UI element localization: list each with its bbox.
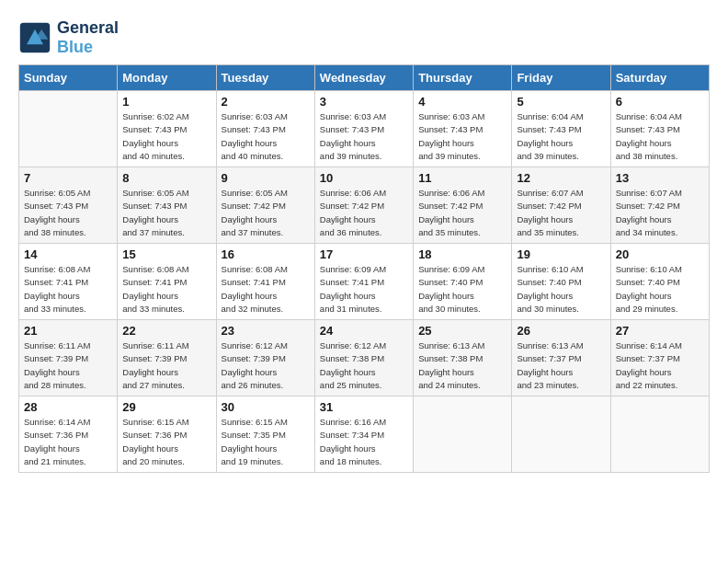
logo: General Blue [18,18,119,57]
calendar-cell: 1 Sunrise: 6:02 AM Sunset: 7:43 PM Dayli… [118,91,216,167]
calendar-table: SundayMondayTuesdayWednesdayThursdayFrid… [18,64,710,473]
day-info: Sunrise: 6:03 AM Sunset: 7:43 PM Dayligh… [320,110,408,163]
day-info: Sunrise: 6:13 AM Sunset: 7:37 PM Dayligh… [517,339,605,392]
day-info: Sunrise: 6:09 AM Sunset: 7:41 PM Dayligh… [320,263,408,316]
day-info: Sunrise: 6:05 AM Sunset: 7:43 PM Dayligh… [24,187,112,239]
calendar-cell: 19 Sunrise: 6:10 AM Sunset: 7:40 PM Dayl… [512,244,610,320]
weekday-header-cell: Friday [512,65,610,91]
day-info: Sunrise: 6:06 AM Sunset: 7:42 PM Dayligh… [320,187,408,239]
calendar-cell: 10 Sunrise: 6:06 AM Sunset: 7:42 PM Dayl… [314,167,413,244]
calendar-cell: 2 Sunrise: 6:03 AM Sunset: 7:43 PM Dayli… [216,91,314,167]
day-number: 11 [418,171,506,185]
calendar-cell: 22 Sunrise: 6:11 AM Sunset: 7:39 PM Dayl… [118,320,216,396]
day-number: 7 [24,171,112,185]
day-info: Sunrise: 6:15 AM Sunset: 7:36 PM Dayligh… [122,416,210,468]
day-info: Sunrise: 6:11 AM Sunset: 7:39 PM Dayligh… [122,339,210,392]
day-number: 20 [616,247,704,261]
day-info: Sunrise: 6:10 AM Sunset: 7:40 PM Dayligh… [616,263,704,316]
weekday-header-cell: Monday [118,65,216,91]
day-number: 21 [24,324,112,338]
day-info: Sunrise: 6:14 AM Sunset: 7:37 PM Dayligh… [616,339,704,392]
day-info: Sunrise: 6:08 AM Sunset: 7:41 PM Dayligh… [222,263,310,316]
day-number: 2 [222,95,310,109]
day-number: 24 [320,324,408,338]
day-info: Sunrise: 6:08 AM Sunset: 7:41 PM Dayligh… [122,263,210,316]
weekday-header-cell: Saturday [610,65,709,91]
day-info: Sunrise: 6:11 AM Sunset: 7:39 PM Dayligh… [24,339,112,392]
weekday-header-cell: Wednesday [314,65,413,91]
calendar-cell: 5 Sunrise: 6:04 AM Sunset: 7:43 PM Dayli… [512,91,610,167]
calendar-week-row: 1 Sunrise: 6:02 AM Sunset: 7:43 PM Dayli… [19,91,710,167]
day-info: Sunrise: 6:02 AM Sunset: 7:43 PM Dayligh… [122,110,210,163]
day-info: Sunrise: 6:03 AM Sunset: 7:43 PM Dayligh… [418,110,506,163]
day-info: Sunrise: 6:05 AM Sunset: 7:43 PM Dayligh… [122,187,210,239]
calendar-week-row: 21 Sunrise: 6:11 AM Sunset: 7:39 PM Dayl… [19,320,710,396]
day-number: 1 [122,95,210,109]
calendar-cell: 15 Sunrise: 6:08 AM Sunset: 7:41 PM Dayl… [118,244,216,320]
logo-text: General Blue [57,18,119,57]
calendar-cell: 8 Sunrise: 6:05 AM Sunset: 7:43 PM Dayli… [118,167,216,244]
calendar-cell [610,396,709,473]
day-number: 12 [517,171,605,185]
weekday-header-cell: Sunday [19,65,118,91]
calendar-cell: 28 Sunrise: 6:14 AM Sunset: 7:36 PM Dayl… [19,396,118,473]
calendar-cell: 18 Sunrise: 6:09 AM Sunset: 7:40 PM Dayl… [414,244,512,320]
day-number: 3 [320,95,408,109]
calendar-cell: 11 Sunrise: 6:06 AM Sunset: 7:42 PM Dayl… [414,167,512,244]
calendar-cell: 7 Sunrise: 6:05 AM Sunset: 7:43 PM Dayli… [19,167,118,244]
calendar-cell: 25 Sunrise: 6:13 AM Sunset: 7:38 PM Dayl… [414,320,512,396]
day-info: Sunrise: 6:06 AM Sunset: 7:42 PM Dayligh… [418,187,506,239]
day-info: Sunrise: 6:07 AM Sunset: 7:42 PM Dayligh… [616,187,704,239]
calendar-cell: 29 Sunrise: 6:15 AM Sunset: 7:36 PM Dayl… [118,396,216,473]
calendar-cell: 31 Sunrise: 6:16 AM Sunset: 7:34 PM Dayl… [314,396,413,473]
calendar-cell: 12 Sunrise: 6:07 AM Sunset: 7:42 PM Dayl… [512,167,610,244]
day-number: 15 [122,247,210,261]
day-number: 27 [616,324,704,338]
calendar-cell: 26 Sunrise: 6:13 AM Sunset: 7:37 PM Dayl… [512,320,610,396]
day-info: Sunrise: 6:12 AM Sunset: 7:38 PM Dayligh… [320,339,408,392]
day-number: 23 [222,324,310,338]
calendar-week-row: 14 Sunrise: 6:08 AM Sunset: 7:41 PM Dayl… [19,244,710,320]
day-number: 30 [222,400,310,414]
day-info: Sunrise: 6:13 AM Sunset: 7:38 PM Dayligh… [418,339,506,392]
day-info: Sunrise: 6:12 AM Sunset: 7:39 PM Dayligh… [222,339,310,392]
calendar-cell: 21 Sunrise: 6:11 AM Sunset: 7:39 PM Dayl… [19,320,118,396]
calendar-cell: 16 Sunrise: 6:08 AM Sunset: 7:41 PM Dayl… [216,244,314,320]
day-number: 26 [517,324,605,338]
day-info: Sunrise: 6:09 AM Sunset: 7:40 PM Dayligh… [418,263,506,316]
calendar-cell: 30 Sunrise: 6:15 AM Sunset: 7:35 PM Dayl… [216,396,314,473]
day-number: 6 [616,95,704,109]
calendar-cell: 13 Sunrise: 6:07 AM Sunset: 7:42 PM Dayl… [610,167,709,244]
calendar-cell: 20 Sunrise: 6:10 AM Sunset: 7:40 PM Dayl… [610,244,709,320]
calendar-cell: 4 Sunrise: 6:03 AM Sunset: 7:43 PM Dayli… [414,91,512,167]
day-number: 14 [24,247,112,261]
day-number: 28 [24,400,112,414]
day-number: 29 [122,400,210,414]
day-number: 9 [222,171,310,185]
day-info: Sunrise: 6:16 AM Sunset: 7:34 PM Dayligh… [320,416,408,468]
calendar-cell: 3 Sunrise: 6:03 AM Sunset: 7:43 PM Dayli… [314,91,413,167]
day-number: 19 [517,247,605,261]
day-info: Sunrise: 6:08 AM Sunset: 7:41 PM Dayligh… [24,263,112,316]
calendar-body: 1 Sunrise: 6:02 AM Sunset: 7:43 PM Dayli… [19,91,710,473]
day-number: 5 [517,95,605,109]
calendar-cell: 9 Sunrise: 6:05 AM Sunset: 7:42 PM Dayli… [216,167,314,244]
day-info: Sunrise: 6:05 AM Sunset: 7:42 PM Dayligh… [222,187,310,239]
calendar-cell [19,91,118,167]
calendar-cell: 27 Sunrise: 6:14 AM Sunset: 7:37 PM Dayl… [610,320,709,396]
day-info: Sunrise: 6:10 AM Sunset: 7:40 PM Dayligh… [517,263,605,316]
calendar-cell: 14 Sunrise: 6:08 AM Sunset: 7:41 PM Dayl… [19,244,118,320]
page-header: General Blue [18,18,710,57]
calendar-cell: 17 Sunrise: 6:09 AM Sunset: 7:41 PM Dayl… [314,244,413,320]
day-number: 22 [122,324,210,338]
day-number: 25 [418,324,506,338]
day-number: 4 [418,95,506,109]
calendar-cell [414,396,512,473]
day-info: Sunrise: 6:04 AM Sunset: 7:43 PM Dayligh… [616,110,704,163]
calendar-cell [512,396,610,473]
day-number: 18 [418,247,506,261]
day-info: Sunrise: 6:07 AM Sunset: 7:42 PM Dayligh… [517,187,605,239]
day-info: Sunrise: 6:04 AM Sunset: 7:43 PM Dayligh… [517,110,605,163]
calendar-cell: 6 Sunrise: 6:04 AM Sunset: 7:43 PM Dayli… [610,91,709,167]
calendar-week-row: 28 Sunrise: 6:14 AM Sunset: 7:36 PM Dayl… [19,396,710,473]
